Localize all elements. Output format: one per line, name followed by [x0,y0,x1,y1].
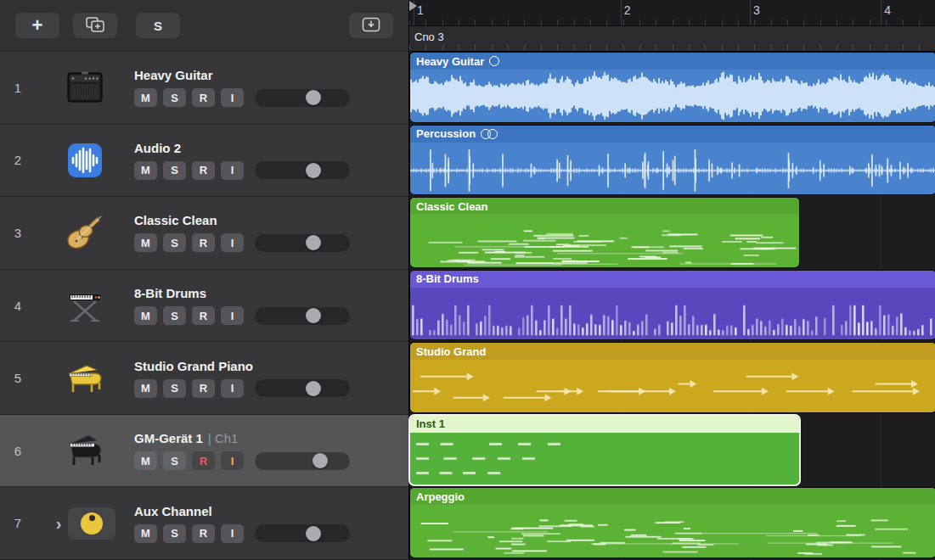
mute-button[interactable]: M [134,88,157,107]
solo-button[interactable]: S [163,451,186,470]
solo-button[interactable]: S [163,233,186,252]
record-enable-button[interactable]: R [192,306,215,325]
mute-button[interactable]: M [134,524,157,543]
marker-row[interactable]: Cno 3 [409,25,935,51]
track-toolbar: + S [0,0,408,52]
track-number: 1 [0,81,36,95]
track-channel-label: | Ch1 [208,431,239,445]
bar-ruler[interactable]: 1 2 3 4 Cno 3 [409,0,935,52]
mute-button[interactable]: M [134,233,157,252]
record-enable-button[interactable]: R [192,379,215,398]
solo-button[interactable]: S [163,161,186,180]
region-name: Inst 1 [416,417,445,430]
midi-notes [410,288,935,340]
region-studio-grand[interactable]: Studio Grand [410,343,935,412]
midi-notes [410,215,799,267]
mute-button[interactable]: M [134,306,157,325]
region-heavy-guitar[interactable]: Heavy Guitar [410,53,935,122]
record-enable-button[interactable]: R [192,524,215,543]
solo-button[interactable]: S [163,379,186,398]
slider-knob [306,381,321,396]
lane-8-bit-drums: 8-Bit Drums [409,270,935,343]
track-name: Studio Grand Piano [134,359,253,373]
mute-button[interactable]: M [134,161,157,180]
track-name: Classic Clean [134,213,217,227]
input-monitor-button[interactable]: I [221,306,244,325]
input-monitor-button[interactable]: I [221,524,244,543]
track-header-audio-2[interactable]: 2 Audio 2 M S R I [0,125,408,198]
track-name: Audio 2 [134,141,181,155]
region-percussion[interactable]: Percussion [410,126,935,195]
input-monitor-button[interactable]: I [221,233,244,252]
input-monitor-button[interactable]: I [221,379,244,398]
volume-slider[interactable] [255,161,350,179]
volume-slider[interactable] [255,307,350,325]
aux-knob-icon [68,507,115,540]
record-enable-button[interactable]: R [192,233,215,252]
slider-knob [306,526,321,541]
input-monitor-button[interactable]: I [221,161,244,180]
record-enable-button[interactable]: R [192,451,215,470]
volume-slider[interactable] [255,89,350,107]
track-header-studio-grand-piano[interactable]: 5 Studio Grand Piano M S R I [0,342,408,415]
yellow-piano-icon [36,360,134,397]
track-number: 6 [0,444,36,458]
region-name: Heavy Guitar [416,55,484,68]
track-number: 3 [0,226,36,240]
region-arpeggio[interactable]: Arpeggio [410,488,935,557]
volume-slider[interactable] [255,379,350,397]
slider-knob [306,308,321,323]
track-header-aux-channel[interactable]: 7 › Aux Channel M S R I [0,487,408,560]
add-track-button[interactable]: + [15,13,59,38]
track-header-heavy-guitar[interactable]: 1 Heavy Guitar M S R I [0,52,408,125]
bar-number: 3 [753,3,760,17]
region-classic-clean[interactable]: Classic Clean [410,198,799,267]
record-enable-button[interactable]: R [192,88,215,107]
master-solo-button[interactable]: S [136,13,180,38]
guitar-amp-icon [36,70,134,105]
track-header-panel: + S 1 Heavy Guitar M [0,0,409,560]
record-enable-button[interactable]: R [192,161,215,180]
track-header-classic-clean[interactable]: 3 Classic Clean M S R I [0,197,408,270]
track-name: Aux Channel [134,504,212,518]
input-monitor-button[interactable]: I [221,451,244,470]
disclosure-button[interactable]: › [54,515,64,532]
region-8-bit-drums[interactable]: 8-Bit Drums [410,271,935,340]
gauge-icon [81,512,103,535]
volume-slider[interactable] [255,452,350,470]
volume-slider[interactable] [255,524,350,542]
slider-knob [306,163,321,178]
bar-number: 1 [417,3,424,17]
mute-button[interactable]: M [134,451,157,470]
track-header-gm-geraet-1[interactable]: 6 GM-Gerät 1 | Ch1 M S R I [0,415,408,488]
track-info: 8-Bit Drums M S R I [134,286,408,325]
solo-button[interactable]: S [163,88,186,107]
input-monitor-button[interactable]: I [221,88,244,107]
track-info: Classic Clean M S R I [134,213,408,252]
track-info: Audio 2 M S R I [134,141,408,180]
midi-notes [410,433,799,485]
region-name: Percussion [416,127,476,140]
track-info: GM-Gerät 1 | Ch1 M S R I [134,431,408,470]
playhead-marker[interactable] [409,1,417,11]
arrange-window: + S 1 Heavy Guitar M [0,0,935,560]
bar-number: 4 [884,3,891,17]
mute-button[interactable]: M [134,379,157,398]
region-name: Classic Clean [416,200,488,213]
region-inst-1[interactable]: Inst 1 [410,416,799,485]
arrange-area: 1 2 3 4 Cno 3 Heavy Guitar [409,0,935,560]
duplicate-track-button[interactable] [73,13,117,38]
lane-classic-clean: Classic Clean [409,197,935,270]
audio-waveform-icon [36,142,134,179]
track-info: Studio Grand Piano M S R I [134,359,408,398]
track-name: GM-Gerät 1 [134,431,203,445]
track-name: 8-Bit Drums [134,286,206,300]
volume-slider[interactable] [255,234,350,252]
track-info: Aux Channel M S R I [134,504,408,543]
hide-tracks-button[interactable] [349,13,393,38]
track-header-8-bit-drums[interactable]: 4 8-Bit Drums M S R I [0,270,408,343]
audio-waveform [410,143,935,195]
solo-button[interactable]: S [163,524,186,543]
solo-button[interactable]: S [163,306,186,325]
electric-guitar-icon [36,213,134,252]
